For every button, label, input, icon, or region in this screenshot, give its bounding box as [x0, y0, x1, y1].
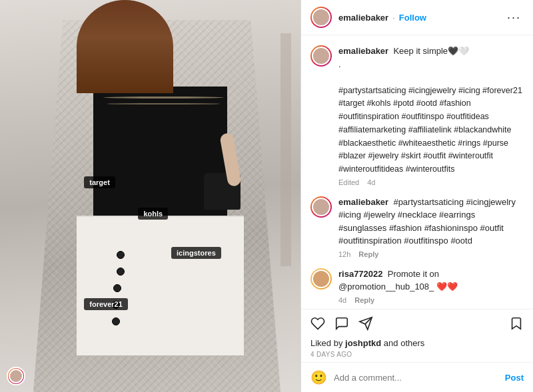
- post-comment-button[interactable]: Post: [505, 373, 524, 383]
- comment-2-text: risa772022 Promote it on @promotion__hub…: [338, 268, 524, 294]
- add-comment-bar: 🙂 Post: [301, 362, 533, 392]
- post-header: emaliebaker · Follow ···: [301, 0, 533, 35]
- image-tag-icingstores[interactable]: icingstores: [171, 247, 221, 259]
- comment-2-avatar[interactable]: [310, 268, 332, 290]
- caption-period: .: [338, 59, 341, 69]
- action-icons-row: [310, 316, 524, 333]
- header-dot-separator: ·: [392, 13, 395, 23]
- caption-row: emaliebaker Keep it simple🖤🤍 . #partysta…: [310, 45, 524, 186]
- image-tag-kohls[interactable]: kohls: [138, 208, 168, 220]
- comment-button[interactable]: [334, 316, 349, 333]
- header-username[interactable]: emaliebaker: [338, 13, 388, 23]
- comment-2-meta: 4d Reply: [338, 296, 524, 304]
- follow-button[interactable]: Follow: [399, 13, 426, 23]
- comment-1-time: 12h: [338, 250, 350, 258]
- comment-2-body: risa772022 Promote it on @promotion__hub…: [338, 268, 524, 304]
- emoji-button[interactable]: 🙂: [310, 369, 327, 385]
- comment-2-time: 4d: [338, 296, 346, 304]
- share-button[interactable]: [358, 316, 373, 333]
- comment-row-1: emaliebaker #partystartsaticing #icingje…: [310, 196, 524, 258]
- post-image-panel: target kohls icingstores forever21: [0, 0, 300, 392]
- more-options-button[interactable]: ···: [504, 11, 524, 25]
- caption-text: emaliebaker Keep it simple🖤🤍 . #partysta…: [338, 45, 524, 176]
- comment-input[interactable]: [334, 373, 505, 383]
- comment-1-text: emaliebaker #partystartsaticing #icingje…: [338, 196, 524, 248]
- image-tag-forever21[interactable]: forever21: [84, 298, 128, 310]
- time-ago: 4 DAYS AGO: [310, 351, 524, 358]
- comment-row-2: risa772022 Promote it on @promotion__hub…: [310, 268, 524, 304]
- caption-edited: Edited: [338, 178, 359, 186]
- caption-time: 4d: [367, 178, 375, 186]
- image-tag-target[interactable]: target: [84, 176, 115, 188]
- actions-bar: Liked by joshptkd and others 4 DAYS AGO: [301, 309, 533, 362]
- comment-2-reply-button[interactable]: Reply: [354, 296, 374, 304]
- caption-hashtags: #partystartsaticing #icingjewelry #icing…: [338, 86, 522, 174]
- comment-1-username[interactable]: emaliebaker: [338, 197, 388, 207]
- profile-icon-overlay[interactable]: [7, 367, 25, 385]
- like-button[interactable]: [310, 316, 325, 333]
- header-avatar[interactable]: [310, 7, 332, 28]
- bookmark-button[interactable]: [509, 316, 524, 333]
- liked-by-suffix: and others: [384, 338, 424, 348]
- comment-2-username[interactable]: risa772022: [338, 269, 383, 279]
- caption-username[interactable]: emaliebaker: [338, 46, 388, 56]
- post-detail-panel: emaliebaker · Follow ··· emaliebaker Kee…: [300, 0, 533, 392]
- caption-main-text: Keep it simple🖤🤍: [393, 46, 469, 56]
- header-info: emaliebaker · Follow: [338, 13, 504, 23]
- comment-1-body: emaliebaker #partystartsaticing #icingje…: [338, 196, 524, 258]
- comments-area: emaliebaker Keep it simple🖤🤍 . #partysta…: [301, 35, 533, 309]
- caption-body: emaliebaker Keep it simple🖤🤍 . #partysta…: [338, 45, 524, 186]
- caption-meta: Edited 4d: [338, 178, 524, 186]
- comment-1-reply-button[interactable]: Reply: [358, 250, 378, 258]
- comment-1-meta: 12h Reply: [338, 250, 524, 258]
- comment-1-avatar[interactable]: [310, 196, 332, 218]
- liked-by-username[interactable]: joshptkd: [345, 338, 381, 348]
- caption-avatar[interactable]: [310, 45, 332, 67]
- liked-by-text: Liked by joshptkd and others: [310, 338, 524, 348]
